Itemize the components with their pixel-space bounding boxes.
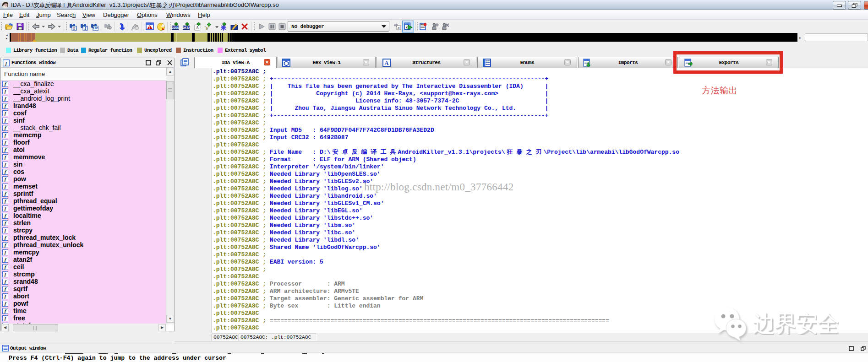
svg-text:CODE: CODE <box>172 26 179 30</box>
svg-text:T: T <box>84 26 87 31</box>
svg-text:101: 101 <box>93 27 98 30</box>
svg-text:DATA: DATA <box>183 26 191 30</box>
svg-text:A: A <box>196 26 199 30</box>
svg-text:#: # <box>73 27 76 31</box>
svg-text:c: c <box>398 26 400 30</box>
